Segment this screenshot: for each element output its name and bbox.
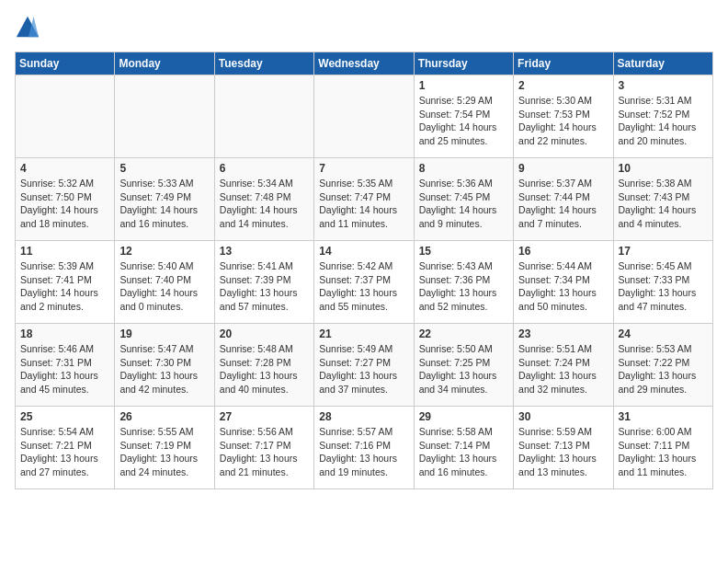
- calendar-cell: 10Sunrise: 5:38 AMSunset: 7:43 PMDayligh…: [613, 158, 712, 241]
- column-header-friday: Friday: [514, 52, 613, 75]
- calendar-week-1: 1Sunrise: 5:29 AMSunset: 7:54 PMDaylight…: [16, 75, 713, 158]
- day-number: 11: [20, 245, 109, 258]
- logo-icon: [15, 15, 40, 40]
- day-number: 22: [419, 327, 508, 340]
- calendar-cell: 31Sunrise: 6:00 AMSunset: 7:11 PMDayligh…: [613, 407, 712, 489]
- day-info: Sunrise: 5:44 AMSunset: 7:34 PMDaylight:…: [518, 259, 608, 314]
- calendar-week-2: 4Sunrise: 5:32 AMSunset: 7:50 PMDaylight…: [16, 158, 713, 241]
- day-number: 27: [220, 410, 309, 423]
- calendar-cell: 14Sunrise: 5:42 AMSunset: 7:37 PMDayligh…: [314, 241, 414, 324]
- day-number: 14: [319, 245, 408, 258]
- calendar-cell: 1Sunrise: 5:29 AMSunset: 7:54 PMDaylight…: [414, 75, 513, 158]
- day-info: Sunrise: 5:46 AMSunset: 7:31 PMDaylight:…: [20, 342, 109, 396]
- calendar-week-5: 25Sunrise: 5:54 AMSunset: 7:21 PMDayligh…: [16, 407, 713, 489]
- day-number: 8: [419, 162, 508, 175]
- day-number: 24: [619, 327, 708, 340]
- calendar-cell: 5Sunrise: 5:33 AMSunset: 7:49 PMDaylight…: [115, 158, 214, 241]
- calendar-cell: 8Sunrise: 5:36 AMSunset: 7:45 PMDaylight…: [414, 158, 513, 241]
- day-info: Sunrise: 5:57 AMSunset: 7:16 PMDaylight:…: [319, 425, 408, 479]
- day-number: 12: [119, 245, 209, 258]
- day-info: Sunrise: 5:48 AMSunset: 7:28 PMDaylight:…: [220, 342, 309, 396]
- day-info: Sunrise: 5:38 AMSunset: 7:43 PMDaylight:…: [619, 177, 708, 231]
- calendar-week-3: 11Sunrise: 5:39 AMSunset: 7:41 PMDayligh…: [16, 241, 713, 324]
- column-header-thursday: Thursday: [414, 52, 513, 75]
- day-number: 4: [20, 162, 109, 175]
- day-info: Sunrise: 5:34 AMSunset: 7:48 PMDaylight:…: [220, 177, 309, 231]
- day-number: 1: [419, 79, 508, 92]
- day-number: 13: [220, 245, 309, 258]
- day-number: 26: [119, 410, 209, 423]
- day-number: 20: [220, 327, 309, 340]
- calendar-cell: 11Sunrise: 5:39 AMSunset: 7:41 PMDayligh…: [16, 241, 115, 324]
- day-info: Sunrise: 5:47 AMSunset: 7:30 PMDaylight:…: [119, 342, 209, 396]
- day-number: 29: [419, 410, 508, 423]
- calendar-header-row: SundayMondayTuesdayWednesdayThursdayFrid…: [16, 52, 713, 75]
- day-number: 7: [319, 162, 408, 175]
- column-header-monday: Monday: [115, 52, 214, 75]
- day-number: 6: [220, 162, 309, 175]
- calendar-week-4: 18Sunrise: 5:46 AMSunset: 7:31 PMDayligh…: [16, 324, 713, 407]
- calendar-table: SundayMondayTuesdayWednesdayThursdayFrid…: [15, 52, 713, 489]
- day-info: Sunrise: 5:32 AMSunset: 7:50 PMDaylight:…: [20, 177, 109, 231]
- day-number: 17: [619, 245, 708, 258]
- column-header-sunday: Sunday: [16, 52, 115, 75]
- day-number: 28: [319, 410, 408, 423]
- calendar-cell: 29Sunrise: 5:58 AMSunset: 7:14 PMDayligh…: [414, 407, 513, 489]
- day-number: 23: [518, 327, 608, 340]
- day-info: Sunrise: 5:53 AMSunset: 7:22 PMDaylight:…: [619, 342, 708, 396]
- calendar-cell: 19Sunrise: 5:47 AMSunset: 7:30 PMDayligh…: [115, 324, 214, 407]
- calendar-cell: 9Sunrise: 5:37 AMSunset: 7:44 PMDaylight…: [514, 158, 613, 241]
- calendar-cell: 21Sunrise: 5:49 AMSunset: 7:27 PMDayligh…: [314, 324, 414, 407]
- day-info: Sunrise: 5:45 AMSunset: 7:33 PMDaylight:…: [619, 259, 708, 314]
- calendar-cell: 18Sunrise: 5:46 AMSunset: 7:31 PMDayligh…: [16, 324, 115, 407]
- calendar-cell: 23Sunrise: 5:51 AMSunset: 7:24 PMDayligh…: [514, 324, 613, 407]
- day-number: 30: [518, 410, 608, 423]
- day-info: Sunrise: 5:30 AMSunset: 7:53 PMDaylight:…: [518, 94, 608, 148]
- calendar-cell: 15Sunrise: 5:43 AMSunset: 7:36 PMDayligh…: [414, 241, 513, 324]
- column-header-saturday: Saturday: [613, 52, 712, 75]
- calendar-cell: 3Sunrise: 5:31 AMSunset: 7:52 PMDaylight…: [613, 75, 712, 158]
- calendar-cell: 13Sunrise: 5:41 AMSunset: 7:39 PMDayligh…: [214, 241, 313, 324]
- calendar-cell: 7Sunrise: 5:35 AMSunset: 7:47 PMDaylight…: [314, 158, 414, 241]
- day-info: Sunrise: 5:43 AMSunset: 7:36 PMDaylight:…: [419, 259, 508, 314]
- day-info: Sunrise: 5:35 AMSunset: 7:47 PMDaylight:…: [319, 177, 408, 231]
- calendar-cell: [314, 75, 414, 158]
- calendar-cell: 6Sunrise: 5:34 AMSunset: 7:48 PMDaylight…: [214, 158, 313, 241]
- day-info: Sunrise: 5:55 AMSunset: 7:19 PMDaylight:…: [119, 425, 209, 479]
- day-info: Sunrise: 5:29 AMSunset: 7:54 PMDaylight:…: [419, 94, 508, 148]
- calendar-cell: [16, 75, 115, 158]
- day-number: 21: [319, 327, 408, 340]
- day-number: 16: [518, 245, 608, 258]
- calendar-cell: [214, 75, 313, 158]
- day-number: 15: [419, 245, 508, 258]
- day-number: 9: [518, 162, 608, 175]
- day-info: Sunrise: 5:37 AMSunset: 7:44 PMDaylight:…: [518, 177, 608, 231]
- calendar-cell: 20Sunrise: 5:48 AMSunset: 7:28 PMDayligh…: [214, 324, 313, 407]
- calendar-cell: 4Sunrise: 5:32 AMSunset: 7:50 PMDaylight…: [16, 158, 115, 241]
- day-info: Sunrise: 5:31 AMSunset: 7:52 PMDaylight:…: [619, 94, 708, 148]
- day-info: Sunrise: 5:33 AMSunset: 7:49 PMDaylight:…: [119, 177, 209, 231]
- calendar-cell: 28Sunrise: 5:57 AMSunset: 7:16 PMDayligh…: [314, 407, 414, 489]
- day-info: Sunrise: 5:49 AMSunset: 7:27 PMDaylight:…: [319, 342, 408, 396]
- day-info: Sunrise: 5:54 AMSunset: 7:21 PMDaylight:…: [20, 425, 109, 479]
- day-number: 25: [20, 410, 109, 423]
- day-info: Sunrise: 5:40 AMSunset: 7:40 PMDaylight:…: [119, 259, 209, 314]
- logo: [15, 15, 44, 40]
- day-info: Sunrise: 5:59 AMSunset: 7:13 PMDaylight:…: [518, 425, 608, 479]
- calendar-cell: 30Sunrise: 5:59 AMSunset: 7:13 PMDayligh…: [514, 407, 613, 489]
- column-header-tuesday: Tuesday: [214, 52, 313, 75]
- day-number: 5: [119, 162, 209, 175]
- day-info: Sunrise: 6:00 AMSunset: 7:11 PMDaylight:…: [619, 425, 708, 479]
- calendar-cell: 27Sunrise: 5:56 AMSunset: 7:17 PMDayligh…: [214, 407, 313, 489]
- calendar-cell: 22Sunrise: 5:50 AMSunset: 7:25 PMDayligh…: [414, 324, 513, 407]
- calendar-cell: 16Sunrise: 5:44 AMSunset: 7:34 PMDayligh…: [514, 241, 613, 324]
- calendar-cell: 2Sunrise: 5:30 AMSunset: 7:53 PMDaylight…: [514, 75, 613, 158]
- day-number: 19: [119, 327, 209, 340]
- calendar-cell: [115, 75, 214, 158]
- day-info: Sunrise: 5:36 AMSunset: 7:45 PMDaylight:…: [419, 177, 508, 231]
- day-info: Sunrise: 5:51 AMSunset: 7:24 PMDaylight:…: [518, 342, 608, 396]
- day-number: 3: [619, 79, 708, 92]
- day-number: 31: [619, 410, 708, 423]
- day-info: Sunrise: 5:56 AMSunset: 7:17 PMDaylight:…: [220, 425, 309, 479]
- calendar-cell: 12Sunrise: 5:40 AMSunset: 7:40 PMDayligh…: [115, 241, 214, 324]
